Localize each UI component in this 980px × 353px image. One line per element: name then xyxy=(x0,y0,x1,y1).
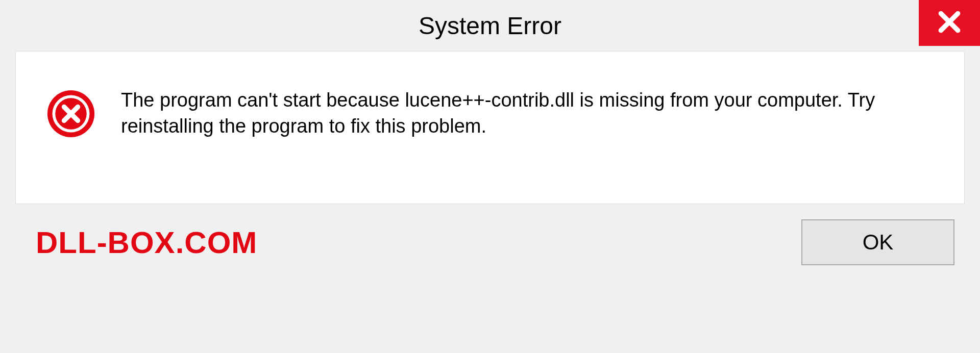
titlebar: System Error xyxy=(0,0,980,51)
close-button[interactable] xyxy=(919,0,980,46)
error-icon xyxy=(46,89,95,138)
error-dialog: System Error The program can't start bec… xyxy=(0,0,980,353)
close-icon xyxy=(937,9,962,37)
dialog-title: System Error xyxy=(419,12,561,40)
watermark-text: DLL-BOX.COM xyxy=(36,225,257,260)
ok-button[interactable]: OK xyxy=(801,219,954,265)
content-panel: The program can't start because lucene++… xyxy=(15,51,965,204)
dialog-footer: DLL-BOX.COM OK xyxy=(15,204,965,286)
error-message: The program can't start because lucene++… xyxy=(121,87,934,140)
